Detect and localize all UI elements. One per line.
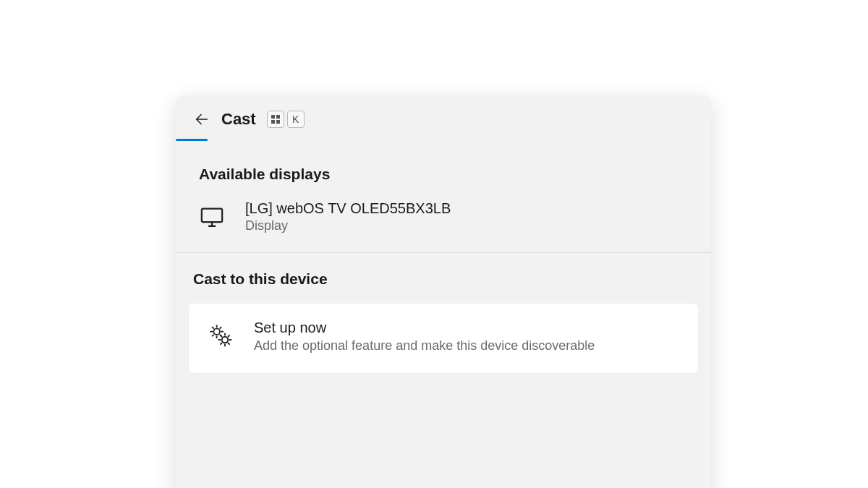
device-name: [LG] webOS TV OLED55BX3LB bbox=[245, 200, 451, 217]
gears-icon bbox=[208, 322, 234, 348]
svg-rect-2 bbox=[276, 115, 280, 119]
setup-text: Set up now Add the optional feature and … bbox=[254, 320, 595, 354]
cast-to-device-heading: Cast to this device bbox=[176, 253, 711, 304]
progress-bar bbox=[176, 139, 711, 141]
shortcut-keys: K bbox=[267, 111, 305, 128]
svg-rect-3 bbox=[271, 120, 275, 124]
back-arrow-icon[interactable] bbox=[193, 111, 210, 128]
progress-indicator bbox=[176, 139, 208, 141]
panel-header: Cast K bbox=[176, 95, 711, 139]
device-text: [LG] webOS TV OLED55BX3LB Display bbox=[245, 200, 451, 234]
setup-title: Set up now bbox=[254, 320, 595, 336]
svg-point-8 bbox=[213, 328, 220, 335]
windows-key-icon bbox=[267, 111, 284, 128]
setup-description: Add the optional feature and make this d… bbox=[254, 337, 595, 354]
svg-rect-1 bbox=[271, 115, 275, 119]
svg-rect-4 bbox=[276, 120, 280, 124]
available-display-item[interactable]: [LG] webOS TV OLED55BX3LB Display bbox=[176, 196, 711, 252]
setup-now-card[interactable]: Set up now Add the optional feature and … bbox=[189, 304, 698, 373]
svg-rect-5 bbox=[202, 209, 222, 222]
available-displays-heading: Available displays bbox=[176, 141, 711, 196]
svg-point-9 bbox=[222, 337, 229, 343]
k-key-badge: K bbox=[287, 111, 305, 128]
panel-title: Cast bbox=[221, 110, 256, 129]
cast-panel: Cast K Available displays bbox=[176, 95, 711, 488]
monitor-icon bbox=[199, 204, 225, 230]
device-type: Display bbox=[245, 218, 451, 234]
